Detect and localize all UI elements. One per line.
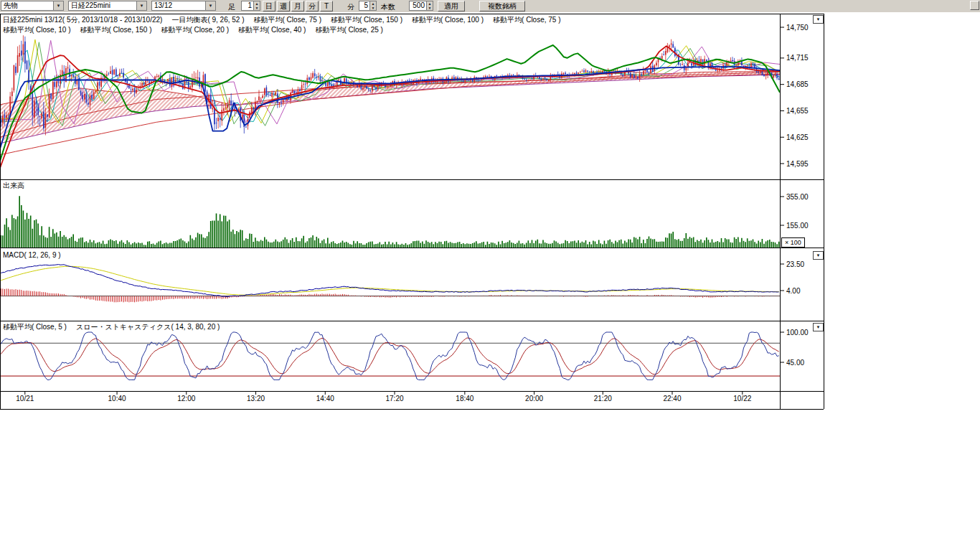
- macd-panel-menu-button[interactable]: ▼: [813, 251, 824, 260]
- chevron-down-icon[interactable]: ▼: [53, 1, 63, 10]
- period-button-月[interactable]: 月: [291, 1, 304, 11]
- stepper-down-icon[interactable]: ▼: [427, 6, 433, 10]
- contract-month-select[interactable]: 13/12 ▼: [151, 1, 216, 11]
- period-button-T[interactable]: T: [320, 1, 333, 11]
- bar-interval-stepper[interactable]: 1 ▲▼: [241, 1, 260, 11]
- symbol-select[interactable]: 日経225mini ▼: [68, 1, 147, 11]
- period-button-週[interactable]: 週: [277, 1, 290, 11]
- chevron-down-icon[interactable]: ▼: [136, 1, 146, 10]
- multi-symbol-button[interactable]: 複数銘柄: [479, 1, 525, 11]
- period-button-日[interactable]: 日: [263, 1, 275, 11]
- bars-count-label: 本数: [381, 2, 395, 12]
- bars-count-value: 500: [410, 1, 426, 10]
- stepper-arrows[interactable]: ▲▼: [369, 1, 376, 10]
- toolbar: 先物 ▼ 日経225mini ▼ 13/12 ▼ 足 1 ▲▼ 分 5 ▲▼ 本…: [0, 0, 980, 12]
- stoch-panel-menu-button[interactable]: ▼: [813, 323, 824, 331]
- toolbar-corner-button[interactable]: [970, 1, 979, 10]
- apply-button[interactable]: 適用: [438, 1, 465, 11]
- bar-interval-value: 1: [242, 1, 253, 10]
- price-panel-menu-button[interactable]: ▼: [813, 15, 824, 24]
- instrument-type-select[interactable]: 先物 ▼: [1, 1, 64, 11]
- instrument-type-value: 先物: [1, 1, 53, 10]
- minute-value: 5: [359, 1, 369, 10]
- bars-count-stepper[interactable]: 500 ▲▼: [409, 1, 433, 11]
- period-button-分[interactable]: 分: [306, 1, 319, 11]
- bar-type-label: 足: [228, 2, 235, 12]
- chart-plot-area[interactable]: [0, 14, 824, 409]
- stepper-down-icon[interactable]: ▼: [370, 6, 376, 10]
- chevron-down-icon[interactable]: ▼: [205, 1, 215, 10]
- minute-stepper[interactable]: 5 ▲▼: [359, 1, 377, 11]
- stepper-down-icon[interactable]: ▼: [254, 6, 260, 10]
- contract-month-value: 13/12: [152, 1, 205, 10]
- stepper-arrows[interactable]: ▲▼: [426, 1, 433, 10]
- minute-label: 分: [347, 2, 354, 12]
- stepper-arrows[interactable]: ▲▼: [253, 1, 260, 10]
- symbol-value: 日経225mini: [69, 1, 136, 10]
